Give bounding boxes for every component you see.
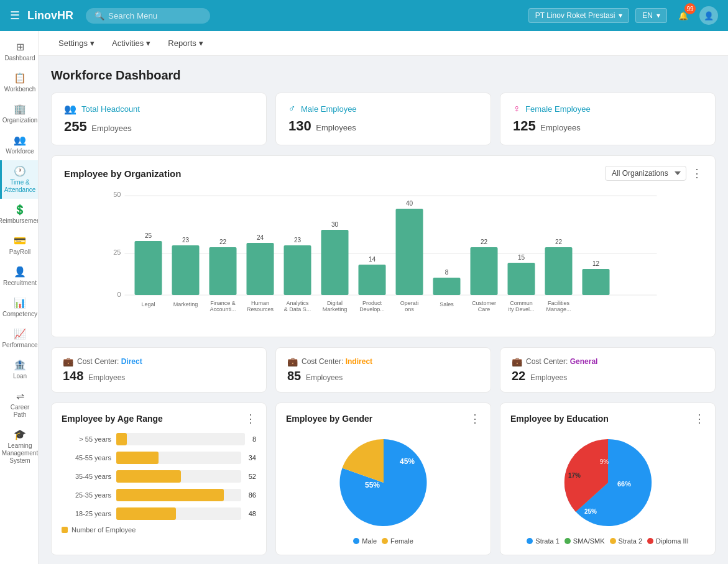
time-attendance-icon: 🕐 — [14, 165, 26, 177]
more-options-button[interactable]: ⋮ — [691, 168, 703, 179]
workforce-icon: 👥 — [14, 134, 26, 146]
org-filter-select[interactable]: All Organizations — [605, 166, 686, 181]
education-more-button[interactable]: ⋮ — [694, 413, 705, 424]
cost-center-direct-card: 💼 Cost Center: Direct 148 Employees — [51, 347, 267, 393]
svg-text:12: 12 — [592, 260, 600, 267]
sidebar-item-loan[interactable]: 🏦 Loan — [0, 354, 38, 385]
male-icon: ♂ — [288, 103, 296, 114]
cost-center-direct-type: Direct — [121, 357, 142, 366]
male-employee-label: Male Employee — [301, 104, 357, 114]
sidebar-item-recruitment[interactable]: 👤 Recruitment — [0, 261, 38, 292]
svg-text:50: 50 — [113, 191, 121, 198]
age-bar-row-35-45: 35-45 years 52 — [62, 470, 256, 483]
subnav-reports[interactable]: Reports ▾ — [160, 36, 211, 50]
bar-hr — [247, 243, 274, 295]
subnav-activities[interactable]: Activities ▾ — [104, 36, 158, 50]
sidebar-label-workforce: Workforce — [6, 148, 34, 155]
smk-legend-dot — [564, 538, 571, 544]
s2-legend-dot — [610, 538, 616, 544]
age-bar-row-55plus: > 55 years 8 — [62, 433, 256, 445]
svg-text:Care: Care — [478, 306, 491, 312]
total-headcount-value: 255 Employees — [64, 119, 254, 135]
svg-text:Digital: Digital — [327, 300, 343, 306]
sidebar-item-workforce[interactable]: 👥 Workforce — [0, 129, 38, 160]
cost-center-general-label: Cost Center: General — [526, 357, 597, 366]
svg-text:Manage...: Manage... — [546, 306, 571, 312]
age-label-25-35: 25-35 years — [62, 491, 111, 499]
sub-navigation: Settings ▾ Activities ▾ Reports ▾ — [39, 31, 728, 56]
cost-center-direct-header: 💼 Cost Center: Direct — [63, 357, 255, 366]
gender-pie-svg: 55% 45% — [334, 433, 433, 532]
employee-by-org-header: Employee by Organization All Organizatio… — [64, 166, 703, 181]
bottom-charts-section: Employee by Age Range ⋮ > 55 years 8 45-… — [51, 403, 716, 555]
top-navigation: ☰ LinovHR 🔍 PT Linov Roket Prestasi ▾ EN… — [0, 0, 728, 31]
female-legend-dot — [382, 538, 388, 544]
svg-text:& Data S...: & Data S... — [284, 306, 311, 312]
sidebar-item-career-path[interactable]: ⇌ Career Path — [0, 385, 38, 424]
bar-legal — [135, 241, 162, 295]
age-bar-wrap-45-55 — [116, 452, 241, 464]
sidebar-label-career-path: Career Path — [4, 404, 35, 419]
age-val-35-45: 52 — [249, 473, 256, 480]
svg-text:ity Devel...: ity Devel... — [508, 306, 534, 312]
sidebar-item-time-attendance[interactable]: 🕐 Time &Attendance — [0, 160, 38, 199]
sidebar-item-payroll[interactable]: 💳 PayRoll — [0, 230, 38, 261]
gender-more-button[interactable]: ⋮ — [469, 413, 481, 424]
s1-legend-label: Strata 1 — [535, 537, 560, 545]
company-selector[interactable]: PT Linov Roket Prestasi ▾ — [528, 8, 630, 23]
cost-center-general-card: 💼 Cost Center: General 22 Employees — [500, 347, 716, 393]
gender-pie-legend: Male Female — [286, 537, 481, 545]
sidebar-label-time-attendance: Time &Attendance — [4, 179, 36, 194]
user-avatar[interactable]: 👤 — [699, 6, 718, 25]
search-input[interactable] — [108, 11, 195, 20]
age-bar-row-45-55: 45-55 years 34 — [62, 452, 256, 464]
age-label-35-45: 35-45 years — [62, 473, 111, 480]
male-employee-number: 130 — [288, 118, 311, 134]
sidebar-item-reimbursement[interactable]: 💲 Reimbursement — [0, 199, 38, 230]
age-bar-45-55 — [116, 452, 159, 464]
svg-text:Finance &: Finance & — [210, 300, 236, 306]
language-label: EN — [642, 11, 653, 20]
total-headcount-icon: 👥 — [64, 103, 76, 115]
gender-chart-title: Employee by Gender — [286, 414, 372, 424]
sidebar-item-performance[interactable]: 📈 Performance — [0, 323, 38, 354]
bar-facilities — [545, 247, 573, 295]
gender-legend-male: Male — [353, 537, 377, 545]
education-legend-s2: Strata 2 — [610, 537, 643, 545]
subnav-settings[interactable]: Settings ▾ — [51, 36, 102, 50]
reports-label: Reports — [168, 39, 196, 48]
sidebar-item-workbench[interactable]: 📋 Workbench — [0, 67, 38, 98]
age-bar-wrap-18-25 — [116, 507, 241, 520]
gender-chart-card: Employee by Gender ⋮ 55% 45% — [275, 403, 491, 555]
svg-text:Product: Product — [362, 300, 382, 306]
hamburger-menu-icon[interactable]: ☰ — [10, 9, 20, 22]
education-legend-diploma: Diploma III — [647, 537, 689, 545]
sidebar-item-organization[interactable]: 🏢 Organization — [0, 98, 38, 129]
education-chart-title: Employee by Education — [510, 414, 609, 424]
male-employee-value: 130 Employees — [288, 118, 478, 134]
sidebar-item-competency[interactable]: 📊 Competency — [0, 292, 38, 323]
education-chart-card: Employee by Education ⋮ 66% 17% 25 — [500, 403, 716, 555]
chart-actions: All Organizations ⋮ — [605, 166, 703, 181]
bar-product — [359, 265, 386, 295]
page-content: Workforce Dashboard 👥 Total Headcount 25… — [39, 56, 728, 564]
education-chart-header: Employee by Education ⋮ — [510, 413, 705, 424]
sidebar-item-lms[interactable]: 🎓 Learning Management System — [0, 424, 38, 470]
sidebar-item-dashboard[interactable]: ⊞ Dashboard — [0, 36, 38, 67]
sidebar-label-organization: Organization — [2, 117, 38, 124]
total-headcount-number: 255 — [64, 119, 87, 134]
notification-bell[interactable]: 🔔 99 — [673, 6, 693, 25]
age-val-18-25: 48 — [249, 510, 256, 517]
organization-icon: 🏢 — [14, 103, 26, 115]
sidebar-label-recruitment: Recruitment — [3, 280, 37, 287]
s2-legend-label: Strata 2 — [619, 537, 643, 545]
language-selector[interactable]: EN ▾ — [635, 8, 667, 23]
male-employee-sub: Employees — [316, 123, 356, 132]
sidebar-label-workbench: Workbench — [4, 86, 35, 93]
bar-sales — [433, 278, 461, 295]
age-range-more-button[interactable]: ⋮ — [245, 413, 256, 424]
svg-text:40: 40 — [406, 200, 413, 207]
stat-cards-section: 👥 Total Headcount 255 Employees ♂ Male E… — [51, 93, 716, 145]
search-bar[interactable]: 🔍 — [86, 8, 210, 24]
svg-text:Resources: Resources — [247, 306, 274, 312]
